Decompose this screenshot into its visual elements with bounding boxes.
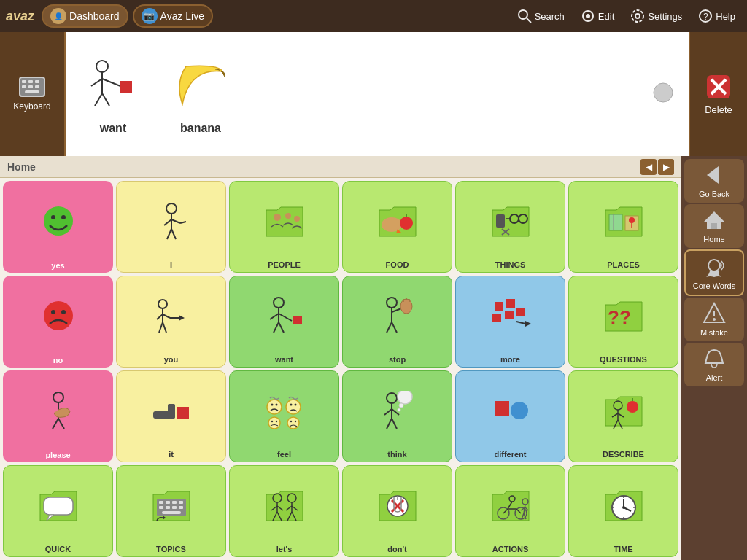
svg-rect-81 bbox=[495, 302, 503, 311]
next-arrow[interactable]: ▶ bbox=[658, 159, 674, 175]
things-icon bbox=[459, 184, 562, 259]
svg-point-30 bbox=[166, 203, 177, 214]
svg-line-70 bbox=[274, 322, 279, 332]
speech-icon bbox=[703, 255, 726, 279]
svg-rect-69 bbox=[293, 316, 302, 324]
svg-point-123 bbox=[627, 401, 638, 413]
svg-point-23 bbox=[654, 83, 673, 102]
svg-point-100 bbox=[290, 404, 292, 406]
cell-please[interactable]: please bbox=[3, 370, 113, 462]
sidebar-go-back[interactable]: Go Back bbox=[684, 159, 744, 203]
svg-point-38 bbox=[285, 213, 291, 219]
svg-line-21 bbox=[102, 93, 109, 106]
go-back-label: Go Back bbox=[699, 190, 729, 198]
svg-line-67 bbox=[270, 314, 279, 319]
svg-rect-127 bbox=[44, 497, 73, 515]
svg-line-34 bbox=[180, 222, 186, 223]
help-btn[interactable]: ? Help bbox=[692, 7, 741, 26]
keyboard-btn[interactable]: Keyboard bbox=[0, 32, 66, 156]
cell-no[interactable]: no bbox=[3, 276, 113, 368]
svg-rect-49 bbox=[609, 214, 622, 230]
sidebar-alert[interactable]: Alert bbox=[684, 343, 744, 386]
grid-area: Home ◀ ▶ yes bbox=[0, 156, 681, 560]
cell-different[interactable]: different bbox=[455, 370, 565, 462]
questions-icon-cell: ?? bbox=[572, 279, 675, 354]
cell-stop[interactable]: stop bbox=[342, 276, 452, 368]
search-btn[interactable]: Search bbox=[511, 7, 570, 26]
dont-label: don't bbox=[387, 545, 406, 553]
sidebar-core-words[interactable]: Core Words bbox=[684, 249, 744, 296]
sentence-word-want[interactable]: want bbox=[80, 53, 146, 135]
svg-line-110 bbox=[384, 409, 392, 415]
cell-quick[interactable]: QUICK bbox=[3, 465, 113, 557]
svg-point-107 bbox=[294, 421, 295, 422]
svg-rect-117 bbox=[495, 401, 509, 416]
svg-line-91 bbox=[53, 419, 58, 429]
warning-icon bbox=[703, 302, 726, 325]
svg-point-16 bbox=[96, 61, 108, 72]
sidebar-mistake[interactable]: Mistake bbox=[684, 298, 744, 341]
settings-btn[interactable]: Settings bbox=[624, 7, 688, 26]
svg-point-37 bbox=[274, 214, 281, 221]
cell-food[interactable]: FOOD bbox=[342, 181, 452, 273]
cell-describe[interactable]: DESCRIBE bbox=[568, 370, 678, 462]
please-icon-cell bbox=[6, 373, 110, 449]
cell-dont[interactable]: don't bbox=[342, 465, 452, 557]
svg-line-33 bbox=[171, 219, 180, 223]
edit-btn[interactable]: Edit bbox=[575, 7, 620, 26]
svg-line-19 bbox=[91, 79, 102, 86]
svg-point-179 bbox=[708, 260, 720, 271]
dashboard-btn[interactable]: 👤 Dashboard bbox=[42, 4, 128, 28]
people-label: PEOPLE bbox=[268, 260, 301, 269]
delete-btn[interactable]: Delete bbox=[689, 32, 747, 156]
it-label: it bbox=[169, 450, 174, 459]
cell-feel[interactable]: feel bbox=[229, 370, 339, 462]
more-icon-cell bbox=[459, 279, 562, 354]
questions-label: QUESTIONS bbox=[600, 355, 647, 364]
svg-line-36 bbox=[171, 229, 176, 239]
svg-rect-131 bbox=[172, 501, 177, 504]
cell-yes[interactable]: yes bbox=[3, 181, 113, 273]
svg-rect-94 bbox=[168, 404, 175, 419]
topics-label: TOPICS bbox=[156, 545, 186, 553]
avaz-live-btn[interactable]: 📷 Avaz Live bbox=[133, 4, 213, 28]
it-icon-cell bbox=[120, 374, 222, 448]
stop-icon-cell bbox=[346, 279, 449, 354]
cell-lets[interactable]: let's bbox=[229, 465, 339, 557]
cell-people[interactable]: PEOPLE bbox=[229, 181, 339, 273]
sidebar-home[interactable]: Home bbox=[684, 204, 744, 248]
cell-time[interactable]: TIME bbox=[568, 465, 678, 557]
cell-you[interactable]: you bbox=[116, 276, 226, 368]
svg-rect-43 bbox=[496, 214, 505, 228]
prev-arrow[interactable]: ◀ bbox=[640, 159, 657, 175]
no-icon bbox=[6, 279, 110, 354]
cell-more[interactable]: more bbox=[455, 276, 565, 368]
svg-point-0 bbox=[519, 10, 527, 19]
cell-think[interactable]: think bbox=[342, 370, 452, 462]
lets-icon-cell bbox=[233, 469, 336, 543]
svg-point-171 bbox=[622, 506, 625, 509]
cell-it[interactable]: it bbox=[116, 370, 226, 462]
cell-i[interactable]: I bbox=[116, 181, 226, 273]
svg-point-104 bbox=[275, 421, 276, 422]
svg-point-4 bbox=[635, 14, 640, 18]
cell-actions[interactable]: ACTIONS bbox=[455, 465, 565, 557]
svg-point-118 bbox=[511, 402, 528, 419]
time-label: TIME bbox=[614, 545, 632, 553]
cell-topics[interactable]: TOPICS bbox=[116, 465, 226, 557]
want-label: want bbox=[275, 355, 293, 364]
topics-icon-cell bbox=[120, 469, 222, 543]
avatar-icon: 👤 bbox=[50, 8, 66, 24]
svg-line-64 bbox=[163, 322, 166, 332]
sentence-word-banana[interactable]: banana bbox=[168, 53, 233, 135]
cell-places[interactable]: PLACES bbox=[568, 181, 678, 273]
svg-rect-129 bbox=[159, 501, 163, 504]
cell-want[interactable]: want bbox=[229, 276, 339, 368]
banana-sentence-icon bbox=[168, 53, 233, 119]
svg-rect-136 bbox=[179, 506, 183, 509]
svg-point-106 bbox=[290, 421, 291, 422]
cell-questions[interactable]: ?? QUESTIONS bbox=[568, 276, 678, 368]
cell-things[interactable]: THINGS bbox=[455, 181, 565, 273]
svg-line-79 bbox=[387, 322, 392, 332]
edit-icon bbox=[581, 9, 595, 23]
